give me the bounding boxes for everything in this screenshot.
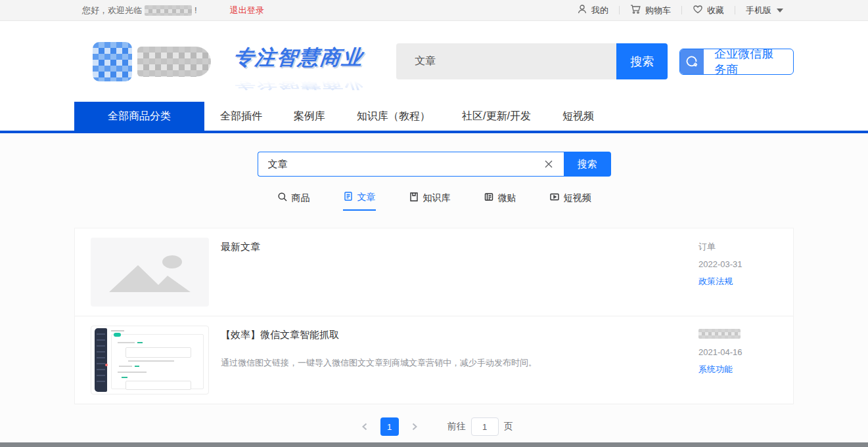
prev-page-button[interactable] [355,417,374,436]
cart-label: 购物车 [645,5,671,16]
thumbnail-line [118,342,135,343]
thumbnail-admin-sidebar [95,328,107,392]
main-nav: 全部商品分类 全部插件 案例库 知识库（教程） 社区/更新/开发 短视频 [0,102,868,131]
result-1-category: 订单 [698,241,777,253]
posts-icon [484,192,494,204]
greeting: 您好，欢迎光临 ! 退出登录 [82,5,264,16]
thumbnail-badge-dot [105,364,108,366]
thumbnail-line [119,366,132,367]
result-1-date: 2022-03-31 [698,259,777,269]
tab-knowledge[interactable]: 知识库 [409,191,451,211]
tab-posts-label: 微贴 [498,192,516,204]
thumbnail-textarea [126,381,191,390]
result-search-input[interactable] [268,159,541,170]
logo-icon-redacted [93,42,132,81]
knowledge-icon [409,192,419,204]
result-2-tag-link[interactable]: 系统功能 [698,364,777,375]
result-2-meta: 2021-04-16 系统功能 [698,326,777,394]
thumbnail-breadcrumb [111,330,124,331]
result-1-meta: 订单 2022-03-31 政策法规 [698,238,777,307]
heart-icon [693,4,703,16]
result-2-category-redacted [698,329,777,341]
nav-item-knowledge[interactable]: 知识库（教程） [341,102,446,131]
page-1-button[interactable]: 1 [380,417,399,436]
cart-link[interactable]: 购物车 [620,4,681,16]
tab-articles[interactable]: 文章 [343,191,376,211]
cart-icon [630,4,641,16]
redacted-username [145,5,192,16]
result-2-thumbnail[interactable] [91,326,209,394]
tab-products-label: 商品 [292,192,310,204]
video-icon [549,192,560,204]
greeting-suffix: ! [194,5,197,15]
header-search-input[interactable] [396,43,616,79]
main-content: 搜索 商品 文章 知识库 微贴 [0,133,868,442]
tab-posts[interactable]: 微贴 [484,191,516,211]
goto-label: 前往 [447,421,466,433]
brand-slogan: 专注智慧商业 专注智慧商业 [233,39,334,85]
top-utility-bar: 您好，欢迎光临 ! 退出登录 我的 购物车 [0,0,868,21]
logout-link[interactable]: 退出登录 [230,5,264,16]
result-2-date: 2021-04-16 [698,347,777,357]
nav-item-short-video[interactable]: 短视频 [547,102,610,131]
nav-item-all-categories[interactable]: 全部商品分类 [74,102,204,131]
thumbnail-textarea [126,347,191,358]
site-header: 专注智慧商业 专注智慧商业 搜索 企业微信服务商 [0,21,868,102]
header-search: 搜索 [396,43,668,79]
clear-icon[interactable] [541,157,556,171]
result-row-1[interactable]: 最新文章 订单 2022-03-31 政策法规 [75,228,793,316]
next-page-button[interactable] [405,417,424,436]
result-1-title[interactable]: 最新文章 [221,241,698,253]
result-search-panel: 搜索 [0,133,868,177]
results-list: 最新文章 订单 2022-03-31 政策法规 [74,228,794,404]
thumbnail-line [135,366,139,367]
result-row-2[interactable]: 【效率】微信文章智能抓取 通过微信图文链接，一键导入微信图文文章到商城文章营销中… [75,316,793,404]
page-unit-label: 页 [504,421,513,433]
thumbnail-line [137,342,143,343]
tab-video[interactable]: 短视频 [549,191,591,211]
pagination: 1 前往 页 [0,417,868,436]
nav-item-case-library[interactable]: 案例库 [278,102,341,131]
goto-page-input[interactable] [471,417,499,436]
thumbnail-line [122,377,127,378]
filter-tabs: 商品 文章 知识库 微贴 短视频 [0,191,868,211]
mobile-version-menu[interactable]: 手机版 [735,5,794,16]
nav-item-all-plugins[interactable]: 全部插件 [204,102,278,131]
result-search-button[interactable]: 搜索 [564,152,611,177]
result-2-title[interactable]: 【效率】微信文章智能抓取 [221,329,698,341]
article-icon [343,191,354,203]
result-2-description: 通过微信图文链接，一键导入微信图文文章到商城文章营销中，减少手动发布时间。 [221,356,698,370]
mobile-version-label: 手机版 [746,5,771,16]
slogan-reflection: 专注智慧商业 [233,76,364,91]
favorites-label: 收藏 [707,5,724,16]
tab-articles-label: 文章 [357,192,376,203]
result-1-tag-link[interactable]: 政策法规 [698,276,777,287]
chevron-down-icon [777,9,783,12]
search-icon [277,192,288,204]
my-account-label: 我的 [591,5,608,16]
nav-item-community[interactable]: 社区/更新/开发 [446,102,547,131]
slogan-text: 专注智慧商业 [232,44,365,72]
site-logo[interactable] [93,42,211,81]
wecom-service-button[interactable]: 企业微信服务商 [679,49,794,75]
tab-products[interactable]: 商品 [277,191,310,211]
greeting-prefix: 您好，欢迎光临 [82,5,142,16]
user-icon [577,4,587,16]
bottom-bar [0,442,868,447]
my-account-link[interactable]: 我的 [566,4,619,16]
thumbnail-toggle [114,333,121,337]
tab-video-label: 短视频 [564,192,591,204]
favorites-link[interactable]: 收藏 [682,4,735,16]
wecom-chat-icon [680,49,704,74]
topbar-links: 我的 购物车 收藏 手机版 [566,4,794,16]
header-search-button[interactable]: 搜索 [616,43,668,79]
wecom-label: 企业微信服务商 [704,49,793,75]
thumbnail-line [118,372,147,373]
result-1-thumbnail[interactable] [91,238,209,307]
result-search-field [258,152,564,177]
logo-text-redacted [137,47,211,77]
thumbnail-line [128,360,174,362]
tab-knowledge-label: 知识库 [423,192,451,204]
